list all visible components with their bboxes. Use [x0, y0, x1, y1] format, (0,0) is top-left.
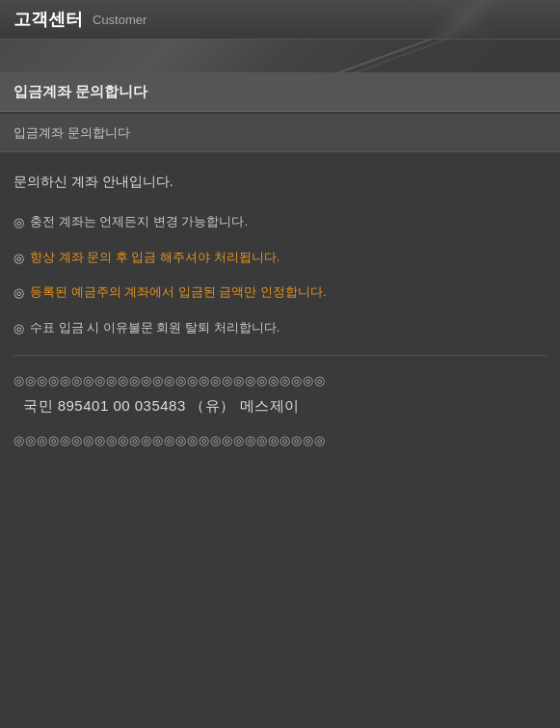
circle-icon-3: ◎	[13, 283, 24, 303]
header-title-en: Customer	[93, 13, 147, 27]
circle-icon-4: ◎	[13, 319, 24, 338]
info-list: ◎ 충전 계좌는 언제든지 변경 가능합니다. ◎ 항상 계좌 문의 후 입금 …	[13, 212, 547, 337]
list-item: ◎ 충전 계좌는 언제든지 변경 가능합니다.	[13, 212, 547, 232]
divider-1	[13, 355, 547, 356]
list-item: ◎ 등록된 예금주의 계좌에서 입금된 금액만 인정합니다.	[13, 283, 547, 303]
item4-text: 수표 입금 시 이유불문 회원 탈퇴 처리합니다.	[30, 318, 280, 337]
content-label: 입금계좌 문의합니다	[13, 125, 130, 140]
symbol-row-1: ◎◎◎◎◎◎◎◎◎◎◎◎◎◎◎◎◎◎◎◎◎◎◎◎◎◎◎	[13, 373, 547, 388]
symbol-row-2: ◎◎◎◎◎◎◎◎◎◎◎◎◎◎◎◎◎◎◎◎◎◎◎◎◎◎◎	[13, 433, 547, 447]
circle-icon-2: ◎	[13, 249, 24, 268]
item1-text: 충전 계좌는 언제든지 변경 가능합니다.	[30, 212, 248, 231]
section-title-bar: 입금계좌 문의합니다	[0, 73, 560, 112]
item3-link[interactable]: 등록된 예금주의 계좌에서 입금된 금액만 인정합니다.	[30, 283, 327, 302]
header-title-kr: 고객센터	[13, 8, 83, 31]
list-item: ◎ 항상 계좌 문의 후 입금 해주셔야 처리됩니다.	[13, 248, 547, 268]
item2-link[interactable]: 항상 계좌 문의 후 입금 해주셔야 처리됩니다.	[30, 248, 280, 267]
header-decoration	[0, 40, 560, 73]
section-title: 입금계좌 문의합니다	[13, 83, 147, 99]
header: 고객센터 Customer	[0, 0, 560, 40]
list-item: ◎ 수표 입금 시 이유불문 회원 탈퇴 처리합니다.	[13, 318, 547, 338]
account-info: 국민 895401 00 035483 （유） 메스제이	[23, 397, 547, 416]
main-content: 문의하신 계좌 안내입니다. ◎ 충전 계좌는 언제든지 변경 가능합니다. ◎…	[0, 154, 560, 476]
inquiry-intro: 문의하신 계좌 안내입니다.	[13, 174, 547, 191]
circle-icon-1: ◎	[13, 213, 24, 232]
content-label-box: 입금계좌 문의합니다	[0, 114, 560, 152]
